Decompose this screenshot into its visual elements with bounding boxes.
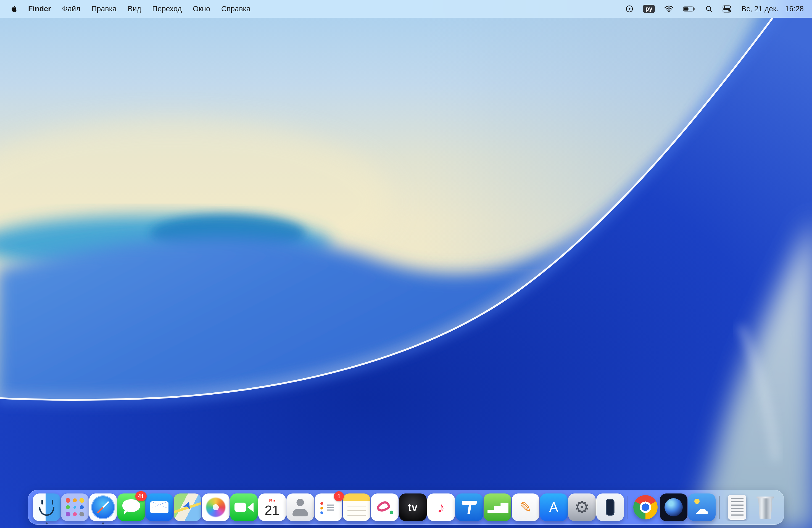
battery-icon[interactable] — [683, 6, 696, 12]
finder-running-indicator — [46, 523, 48, 524]
keynote-tile — [455, 494, 483, 521]
dock-chrome-icon[interactable] — [632, 494, 659, 521]
safari-tile — [89, 494, 117, 521]
numbers-glyph: ▂▅▇ — [488, 502, 507, 512]
now-playing-icon[interactable] — [625, 5, 634, 13]
wallpaper — [0, 0, 812, 528]
calendar-day-label: 21 — [265, 504, 279, 517]
dock-siri-icon[interactable] — [660, 494, 687, 521]
dock-separator — [719, 496, 720, 519]
photos-tile — [202, 494, 230, 521]
dock-safari-icon[interactable] — [89, 494, 117, 521]
apple-logo-icon — [11, 5, 18, 12]
pages-tile: ✎ — [512, 494, 539, 521]
dock-keynote-icon[interactable] — [455, 494, 483, 521]
dock-maps-icon[interactable] — [174, 494, 201, 521]
input-source-badge[interactable]: ру — [643, 5, 655, 13]
weather-tile: ☁ — [688, 494, 715, 521]
safari-running-indicator — [102, 523, 104, 524]
menu-bar-left: Finder ФайлПравкаВидПереходОкноСправка — [0, 5, 256, 13]
maps-tile — [174, 494, 201, 521]
control-center-icon[interactable] — [722, 5, 731, 13]
dock-music-icon[interactable]: ♪ — [427, 494, 455, 521]
input-source-label: ру — [643, 5, 655, 13]
dock-calendar-icon[interactable]: Вс21 — [258, 494, 286, 521]
reminders-glyph: ≡ — [327, 500, 335, 514]
menu-bar: Finder ФайлПравкаВидПереходОкноСправка р… — [0, 0, 812, 18]
menu-bar-status: ру — [616, 5, 812, 13]
settings-glyph: ⚙ — [574, 499, 590, 516]
dock-settings-icon[interactable]: ⚙ — [568, 494, 596, 521]
dock-separator — [627, 496, 628, 519]
downloads-tile — [723, 494, 751, 521]
appletv-tile: tv — [399, 494, 427, 521]
dock-contacts-icon[interactable] — [286, 494, 314, 521]
menu-view[interactable]: Вид — [122, 5, 147, 13]
numbers-tile: ▂▅▇ — [483, 494, 511, 521]
contacts-tile — [286, 494, 314, 521]
dock-appstore-icon[interactable]: A — [540, 494, 568, 521]
dock-notes-icon[interactable] — [343, 494, 371, 521]
menu-edit[interactable]: Правка — [86, 5, 122, 13]
appstore-glyph: A — [549, 500, 558, 514]
dock-pages-icon[interactable]: ✎ — [512, 494, 539, 521]
dock-launchpad-icon[interactable] — [61, 494, 89, 521]
wifi-icon[interactable] — [664, 5, 673, 13]
dock-freeform-icon[interactable] — [371, 494, 398, 521]
music-glyph: ♪ — [437, 500, 445, 515]
spotlight-search-icon[interactable] — [705, 5, 713, 13]
weather-glyph: ☁ — [695, 502, 709, 516]
music-tile: ♪ — [427, 494, 455, 521]
pages-glyph: ✎ — [519, 500, 532, 515]
notes-tile — [343, 494, 371, 521]
menu-file[interactable]: Файл — [57, 5, 86, 13]
menu-window[interactable]: Окно — [187, 5, 216, 13]
dock-reminders-icon[interactable]: ≡1 — [315, 494, 342, 521]
dock-weather-icon[interactable]: ☁ — [688, 494, 715, 521]
dock-finder-icon[interactable] — [33, 494, 60, 521]
dock: 41Вс21≡1tv♪▂▅▇✎A⚙☁ — [28, 490, 784, 525]
apple-menu[interactable] — [6, 5, 23, 12]
finder-tile — [33, 494, 60, 521]
calendar-tile: Вс21 — [258, 494, 286, 521]
dock-mail-icon[interactable] — [146, 494, 173, 521]
calendar-weekday-label: Вс — [269, 498, 275, 503]
launchpad-tile — [61, 494, 89, 521]
iphone-mirroring-tile — [596, 494, 624, 521]
dock-downloads-icon[interactable] — [723, 494, 751, 521]
dock-trash-icon[interactable] — [752, 494, 779, 521]
dock-appletv-icon[interactable]: tv — [399, 494, 427, 521]
battery-fill — [684, 7, 688, 11]
trash-tile — [752, 494, 779, 521]
desktop[interactable] — [0, 0, 812, 528]
dock-facetime-icon[interactable] — [230, 494, 258, 521]
freeform-tile — [371, 494, 398, 521]
clock-time: 16:28 — [785, 5, 804, 13]
settings-tile: ⚙ — [568, 494, 596, 521]
menu-bar-clock[interactable]: Вс, 21 дек. 16:28 — [741, 5, 804, 13]
chrome-tile — [632, 494, 659, 521]
dock-photos-icon[interactable] — [202, 494, 230, 521]
appstore-tile: A — [540, 494, 568, 521]
facetime-tile — [230, 494, 258, 521]
appletv-glyph: tv — [408, 502, 418, 513]
clock-date: Вс, 21 дек. — [741, 5, 778, 13]
menu-go[interactable]: Переход — [147, 5, 187, 13]
dock-iphone-mirroring-icon[interactable] — [596, 494, 624, 521]
reminders-notification-badge: 1 — [334, 491, 344, 501]
menu-app-name[interactable]: Finder — [23, 5, 57, 13]
menu-help[interactable]: Справка — [216, 5, 256, 13]
dock-numbers-icon[interactable]: ▂▅▇ — [483, 494, 511, 521]
mail-tile — [146, 494, 173, 521]
messages-notification-badge: 41 — [135, 491, 147, 501]
dock-messages-icon[interactable]: 41 — [117, 494, 145, 521]
siri-tile — [660, 494, 687, 521]
